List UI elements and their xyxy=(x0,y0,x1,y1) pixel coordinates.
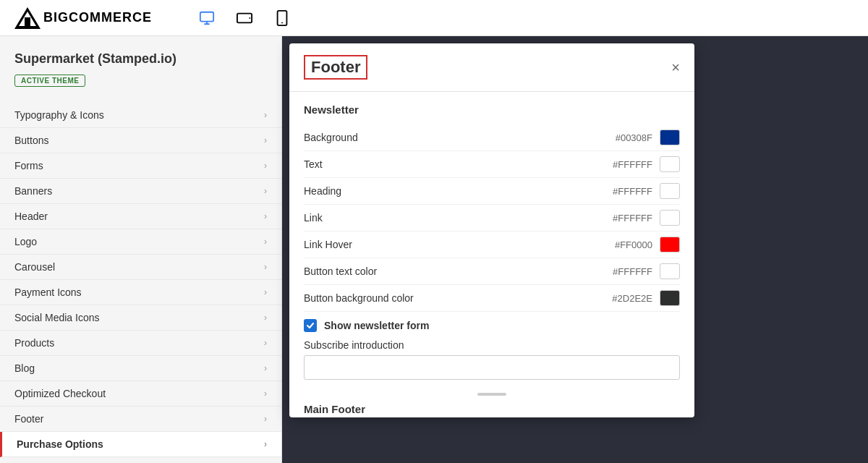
heading-color-right: #FFFFFF xyxy=(613,183,680,199)
desktop-device-button[interactable] xyxy=(195,7,218,30)
heading-hex: #FFFFFF xyxy=(613,186,652,197)
link-hover-swatch[interactable] xyxy=(660,237,680,252)
background-swatch[interactable] xyxy=(660,129,680,145)
topbar: BIGCOMMERCE xyxy=(0,0,868,36)
sidebar-item-buttons[interactable]: Buttons › xyxy=(0,128,281,153)
chevron-icon: › xyxy=(264,211,267,221)
modal-title: Footer xyxy=(304,55,367,80)
sidebar-item-optimized-checkout[interactable]: Optimized Checkout › xyxy=(0,381,281,407)
background-label: Background xyxy=(304,132,358,143)
chevron-icon: › xyxy=(264,135,267,145)
button-text-label: Button text color xyxy=(304,266,377,277)
chevron-icon: › xyxy=(264,287,267,297)
button-bg-swatch[interactable] xyxy=(660,290,680,306)
link-color-right: #FFFFFF xyxy=(613,210,680,226)
heading-color-row: Heading #FFFFFF xyxy=(304,178,680,205)
show-newsletter-checkbox[interactable] xyxy=(304,319,317,332)
chevron-icon: › xyxy=(264,110,267,120)
svg-rect-2 xyxy=(25,17,30,26)
logo-area: BIGCOMMERCE xyxy=(14,7,152,29)
sidebar-item-header[interactable]: Header › xyxy=(0,204,281,229)
chevron-icon: › xyxy=(264,262,267,272)
sidebar-nav: Typography & Icons › Buttons › Forms › B… xyxy=(0,103,281,463)
sidebar-item-payment-icons[interactable]: Payment Icons › xyxy=(0,280,281,305)
footer-modal: Footer × Newsletter Background #00308F T… xyxy=(289,43,694,417)
chevron-icon: › xyxy=(264,439,267,449)
sidebar-item-forms[interactable]: Forms › xyxy=(0,153,281,179)
background-color-row: Background #00308F xyxy=(304,124,680,151)
svg-rect-3 xyxy=(200,12,213,21)
link-hover-hex: #FF0000 xyxy=(615,239,652,250)
modal-body: Newsletter Background #00308F Text #FFFF… xyxy=(289,92,694,417)
store-name: Supermarket (Stamped.io) xyxy=(14,51,267,67)
chevron-icon: › xyxy=(264,237,267,247)
background-color-right: #00308F xyxy=(616,129,680,145)
button-text-color-row: Button text color #FFFFFF xyxy=(304,258,680,285)
logo-text: BIGCOMMERCE xyxy=(43,10,152,25)
newsletter-section-title: Newsletter xyxy=(304,103,680,116)
heading-label: Heading xyxy=(304,185,341,197)
sidebar-header: Supermarket (Stamped.io) ACTIVE THEME xyxy=(0,36,281,103)
show-newsletter-form-row: Show newsletter form xyxy=(304,312,680,339)
button-bg-color-right: #2D2E2E xyxy=(612,290,680,306)
text-label: Text xyxy=(304,158,323,170)
link-color-row: Link #FFFFFF xyxy=(304,205,680,232)
subscribe-introduction-input[interactable] xyxy=(304,355,680,380)
main-footer-title: Main Footer xyxy=(304,403,680,415)
active-theme-badge: ACTIVE THEME xyxy=(14,75,85,87)
link-hover-label: Link Hover xyxy=(304,239,352,250)
button-bg-color-row: Button background color #2D2E2E xyxy=(304,285,680,312)
main-area: Supermarket (Stamped.io) ACTIVE THEME Ty… xyxy=(0,36,868,463)
sidebar-item-products[interactable]: Products › xyxy=(0,331,281,356)
svg-point-7 xyxy=(281,22,283,23)
link-label: Link xyxy=(304,212,323,224)
background-hex: #00308F xyxy=(616,132,652,143)
chevron-icon: › xyxy=(264,161,267,171)
show-newsletter-label: Show newsletter form xyxy=(324,320,429,331)
heading-swatch[interactable] xyxy=(660,183,680,199)
button-bg-label: Button background color xyxy=(304,292,414,304)
sidebar: Supermarket (Stamped.io) ACTIVE THEME Ty… xyxy=(0,36,282,463)
text-hex: #FFFFFF xyxy=(613,159,652,170)
button-text-color-right: #FFFFFF xyxy=(613,263,680,279)
link-hover-color-row: Link Hover #FF0000 xyxy=(304,232,680,258)
chevron-icon: › xyxy=(264,414,267,424)
chevron-icon: › xyxy=(264,363,267,373)
text-swatch[interactable] xyxy=(660,156,680,172)
chevron-icon: › xyxy=(264,186,267,196)
sidebar-item-social-media-icons[interactable]: Social Media Icons › xyxy=(0,305,281,331)
text-color-row: Text #FFFFFF xyxy=(304,151,680,178)
chevron-icon: › xyxy=(264,338,267,348)
button-bg-hex: #2D2E2E xyxy=(612,293,652,304)
subscribe-introduction-label: Subscribe introduction xyxy=(304,339,680,351)
sidebar-item-homepage[interactable]: Homepage › xyxy=(0,457,281,463)
sidebar-item-logo[interactable]: Logo › xyxy=(0,229,281,255)
modal-close-button[interactable]: × xyxy=(671,60,680,75)
sidebar-item-footer[interactable]: Footer › xyxy=(0,407,281,432)
button-text-hex: #FFFFFF xyxy=(613,266,652,277)
tablet-landscape-device-button[interactable] xyxy=(233,7,256,30)
sidebar-item-typography-icons[interactable]: Typography & Icons › xyxy=(0,103,281,128)
link-swatch[interactable] xyxy=(660,210,680,226)
sidebar-item-carousel[interactable]: Carousel › xyxy=(0,255,281,280)
sidebar-item-banners[interactable]: Banners › xyxy=(0,179,281,204)
subscribe-introduction-field: Subscribe introduction xyxy=(304,339,680,387)
link-hex: #FFFFFF xyxy=(613,213,652,224)
modal-header: Footer × xyxy=(289,43,694,92)
sidebar-item-purchase-options[interactable]: Purchase Options › xyxy=(0,432,281,457)
chevron-icon: › xyxy=(264,388,267,399)
content-area: Footer × Newsletter Background #00308F T… xyxy=(282,36,868,463)
chevron-icon: › xyxy=(264,313,267,323)
sidebar-item-blog[interactable]: Blog › xyxy=(0,356,281,381)
button-text-swatch[interactable] xyxy=(660,263,680,279)
tablet-portrait-device-button[interactable] xyxy=(271,7,294,30)
text-color-right: #FFFFFF xyxy=(613,156,680,172)
link-hover-color-right: #FF0000 xyxy=(615,237,680,252)
logo-icon xyxy=(14,7,41,29)
scrollbar-indicator xyxy=(477,393,506,396)
svg-point-5 xyxy=(249,17,250,19)
